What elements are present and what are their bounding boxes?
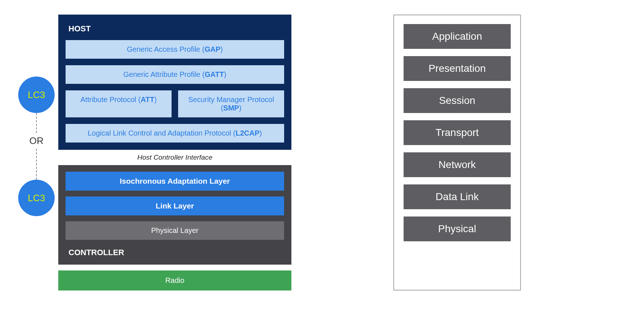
ial-layer: Isochronous Adaptation Layer xyxy=(66,172,284,191)
hci-label: Host Controller Interface xyxy=(58,150,291,165)
gatt-abbr: GATT xyxy=(205,70,224,78)
gap-abbr: GAP xyxy=(205,45,220,53)
smp-abbr: SMP xyxy=(223,104,239,112)
att-abbr: ATT xyxy=(141,95,154,104)
or-label: OR xyxy=(30,133,44,149)
gatt-text: Generic Attribute Profile ( xyxy=(123,70,204,78)
att-close: ) xyxy=(154,95,157,104)
smp-close: ) xyxy=(239,104,242,112)
osi-physical: Physical xyxy=(404,217,511,241)
controller-block: Isochronous Adaptation Layer Link Layer … xyxy=(58,165,291,265)
lc3-bottom-circle: LC3 xyxy=(18,180,55,216)
controller-title: CONTROLLER xyxy=(66,245,284,259)
bluetooth-stack: HOST Generic Access Profile (GAP) Generi… xyxy=(58,15,291,290)
host-block: HOST Generic Access Profile (GAP) Generi… xyxy=(58,15,291,150)
gatt-close: ) xyxy=(224,70,227,78)
osi-presentation: Presentation xyxy=(404,56,511,81)
lc3-top-label: LC3 xyxy=(28,89,45,101)
att-layer: Attribute Protocol (ATT) xyxy=(66,90,172,117)
osi-datalink: Data Link xyxy=(404,184,511,209)
att-smp-row: Attribute Protocol (ATT) Security Manage… xyxy=(66,90,284,117)
host-title: HOST xyxy=(66,21,284,40)
l2cap-abbr: L2CAP xyxy=(236,129,260,137)
osi-network: Network xyxy=(404,152,511,177)
osi-session: Session xyxy=(404,88,511,113)
att-text: Attribute Protocol ( xyxy=(80,95,141,104)
radio-block: Radio xyxy=(58,270,291,290)
lc3-top-circle: LC3 xyxy=(18,77,55,113)
osi-application: Application xyxy=(404,24,511,49)
dashed-line-bottom xyxy=(36,149,37,180)
gatt-layer: Generic Attribute Profile (GATT) xyxy=(66,65,284,84)
gap-layer: Generic Access Profile (GAP) xyxy=(66,40,284,59)
l2cap-layer: Logical Link Control and Adaptation Prot… xyxy=(66,124,284,143)
physical-layer: Physical Layer xyxy=(66,221,284,240)
gap-text: Generic Access Profile ( xyxy=(127,45,204,53)
lc3-connector-column: LC3 OR LC3 xyxy=(18,15,55,216)
lc3-bottom-label: LC3 xyxy=(28,192,45,204)
osi-transport: Transport xyxy=(404,120,511,145)
gap-close: ) xyxy=(220,45,223,53)
osi-panel: Application Presentation Session Transpo… xyxy=(393,15,521,290)
l2cap-text: Logical Link Control and Adaptation Prot… xyxy=(88,129,236,137)
dashed-line-top xyxy=(36,113,37,133)
l2cap-close: ) xyxy=(259,129,262,137)
smp-layer: Security Manager Protocol (SMP) xyxy=(178,90,284,117)
link-layer: Link Layer xyxy=(66,196,284,215)
